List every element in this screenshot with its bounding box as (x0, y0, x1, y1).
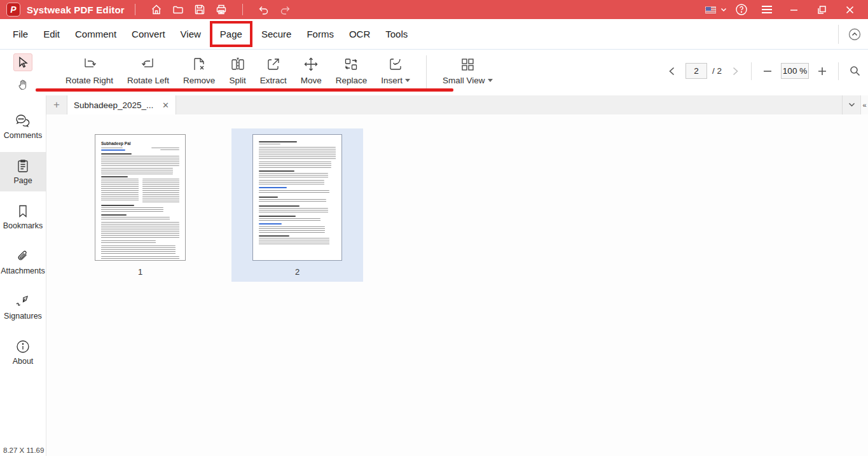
document-tab-bar: + Subhadeep_2025_... ✕ « (46, 95, 868, 114)
app-title: Systweak PDF Editor (27, 4, 125, 15)
minimize-button[interactable] (782, 1, 806, 18)
page-thumbnail-2[interactable] (252, 134, 342, 261)
extract-button[interactable]: Extract (254, 54, 293, 88)
new-tab-button[interactable]: + (46, 95, 67, 114)
insert-button[interactable]: Insert (375, 54, 416, 88)
rotate-right-button[interactable]: Rotate Right (60, 54, 119, 88)
menu-comment[interactable]: Comment (67, 25, 124, 43)
hand-tool-button[interactable] (13, 76, 32, 93)
small-view-button[interactable]: Small View (437, 54, 499, 88)
tab-title: Subhadeep_2025_... (74, 100, 156, 110)
menu-edit[interactable]: Edit (36, 25, 67, 43)
menu-tools[interactable]: Tools (378, 25, 415, 43)
paperclip-icon (15, 249, 31, 264)
open-folder-icon[interactable] (167, 1, 189, 18)
menu-page[interactable]: Page (210, 21, 252, 47)
page-size-status: 8.27 X 11.69 in (3, 446, 52, 454)
help-icon[interactable] (731, 1, 752, 18)
thumbnail-fake-text (101, 148, 179, 261)
app-logo-icon: P (6, 3, 20, 17)
sidebar-item-label: Comments (4, 131, 42, 140)
remove-page-icon (191, 57, 207, 72)
rotate-left-icon (140, 57, 156, 72)
sidebar-item-signatures[interactable]: Signatures (0, 287, 46, 327)
menu-ocr[interactable]: OCR (341, 25, 378, 43)
remove-button[interactable]: Remove (177, 54, 221, 88)
language-selector[interactable] (705, 1, 727, 18)
cursor-arrow-icon (17, 56, 29, 69)
page-number-label-1: 1 (95, 267, 186, 277)
replace-button[interactable]: Replace (330, 54, 373, 88)
divider (838, 62, 839, 80)
document-tab[interactable]: Subhadeep_2025_... ✕ (67, 95, 176, 114)
tool-label: Small View (443, 76, 493, 85)
page-thumbnails-area: Subhadeep Pal 1 (46, 114, 868, 456)
thumbnail-doc-title: Subhadeep Pal (101, 141, 179, 146)
close-tab-icon[interactable]: ✕ (162, 100, 169, 110)
sidebar-item-label: Page (13, 176, 32, 185)
menu-convert[interactable]: Convert (124, 25, 173, 43)
sidebar-item-about[interactable]: About (0, 333, 46, 372)
home-icon[interactable] (146, 1, 167, 18)
page-total-label: / 2 (712, 66, 722, 76)
bookmark-icon (16, 204, 30, 219)
sidebar-item-bookmarks[interactable]: Bookmarks (0, 197, 46, 237)
small-view-icon (460, 57, 475, 72)
tool-label: Rotate Left (127, 76, 169, 85)
hand-pan-icon (17, 78, 29, 91)
undo-icon[interactable] (253, 1, 275, 18)
tool-label: Remove (183, 76, 215, 85)
rotate-right-icon (81, 57, 98, 72)
thumbnail-fake-text (259, 141, 336, 245)
collapse-toolbar-icon[interactable] (846, 26, 863, 43)
rotate-left-button[interactable]: Rotate Left (121, 54, 175, 88)
collapse-panel-icon[interactable]: « (860, 95, 868, 114)
current-page-input[interactable] (685, 63, 707, 79)
restore-button[interactable] (809, 1, 834, 18)
move-button[interactable]: Move (295, 54, 327, 88)
chevron-down-icon (405, 79, 410, 82)
sidebar-item-attachments[interactable]: Attachments (0, 242, 46, 282)
insert-icon (388, 57, 403, 72)
search-icon[interactable] (846, 63, 863, 79)
chevron-down-icon (720, 8, 727, 12)
menu-forms[interactable]: Forms (299, 25, 341, 43)
divider (242, 4, 243, 15)
menu-secure[interactable]: Secure (254, 25, 300, 43)
title-bar: P Systweak PDF Editor (0, 0, 868, 19)
previous-page-button[interactable] (664, 63, 680, 79)
zoom-level-input[interactable] (781, 63, 809, 79)
next-page-button[interactable] (727, 63, 743, 79)
page-number-label-2: 2 (252, 267, 343, 277)
sidebar-item-label: Bookmarks (3, 221, 43, 230)
sidebar-item-page[interactable]: Page (0, 152, 46, 191)
page-tools-group: Rotate Right Rotate Left Remove Split Ex… (60, 54, 499, 88)
divider (838, 25, 839, 44)
zoom-in-button[interactable] (814, 63, 830, 79)
sidebar-item-comments[interactable]: Comments (0, 107, 46, 146)
divider (751, 62, 752, 80)
divider (135, 4, 135, 15)
extract-icon (266, 57, 281, 72)
chevron-down-icon (488, 79, 493, 82)
hamburger-menu-icon[interactable] (756, 1, 778, 18)
annotation-red-underline (36, 88, 453, 92)
move-icon (303, 57, 319, 72)
sidebar-item-label: Attachments (1, 266, 45, 275)
select-tool-button[interactable] (13, 53, 32, 71)
zoom-out-button[interactable] (759, 63, 776, 79)
tool-label: Insert (381, 76, 410, 85)
page-thumbnail-1[interactable]: Subhadeep Pal (95, 134, 186, 261)
tab-list-chevron-icon[interactable] (843, 102, 860, 107)
menu-view[interactable]: View (173, 25, 209, 43)
print-icon[interactable] (210, 1, 232, 18)
divider (426, 55, 427, 88)
close-button[interactable] (837, 1, 862, 18)
redo-icon[interactable] (275, 1, 296, 18)
tool-label: Move (301, 76, 322, 85)
save-icon[interactable] (189, 1, 210, 18)
split-button[interactable]: Split (223, 54, 251, 88)
menu-file[interactable]: File (5, 25, 36, 43)
page-navigation: / 2 (664, 62, 868, 80)
menu-bar: File Edit Comment Convert View Page Secu… (0, 19, 868, 50)
